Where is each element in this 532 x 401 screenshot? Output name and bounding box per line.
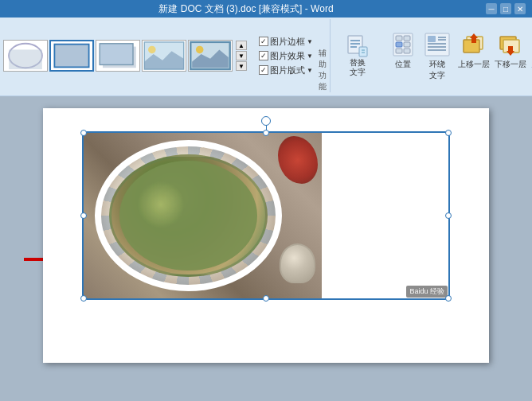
bowl (280, 243, 315, 283)
ribbon: ▲ ▼ ▼ ✓ 图片边框 ▼ ✓ 图片效果 ▼ ✓ 图片版式 ▼ (0, 18, 532, 96)
svg-point-6 (148, 46, 156, 54)
move-up-label: 上移一层 (458, 59, 490, 70)
svg-rect-21 (396, 49, 402, 53)
svg-rect-1 (9, 49, 42, 69)
scroll-up-btn[interactable]: ▲ (236, 41, 247, 50)
close-btn[interactable]: ✕ (514, 3, 526, 14)
position-icon (391, 30, 415, 59)
pic-style-group: ▲ ▼ ▼ (3, 40, 247, 72)
handle-middle-right[interactable] (445, 212, 452, 219)
pic-style-1[interactable] (3, 40, 48, 72)
food-image (83, 132, 322, 299)
decoration (278, 136, 318, 184)
pic-effect-btn[interactable]: ✓ 图片效果 ▼ (256, 49, 315, 63)
document-area: Baidu 经验 (0, 96, 532, 401)
title-text: 新建 DOC 文档 (3).doc [兼容模式] - Word (6, 2, 486, 16)
scroll-down-btn[interactable]: ▼ (236, 51, 247, 60)
pic-border-check: ✓ (259, 37, 268, 46)
replace-text-btn[interactable]: 替换文字 (340, 35, 375, 76)
watermark: Baidu 经验 (406, 286, 448, 298)
food-content (109, 154, 268, 277)
pic-border-btn[interactable]: ✓ 图片边框 ▼ (256, 35, 315, 49)
move-down-btn[interactable]: 下移一层 (493, 29, 528, 72)
svg-rect-22 (404, 49, 410, 53)
window-controls: ─ □ ✕ (486, 3, 526, 14)
svg-rect-13 (359, 47, 367, 56)
pic-style-3[interactable] (96, 40, 140, 72)
svg-rect-19 (396, 42, 402, 47)
svg-rect-24 (428, 36, 436, 42)
pic-layout-btn[interactable]: ✓ 图片版式 ▼ (256, 64, 315, 77)
pic-layout-check: ✓ (259, 65, 268, 75)
plate (95, 140, 282, 291)
aux-group: 辅助功能 (319, 19, 331, 92)
replace-text-icon (346, 34, 369, 58)
wrap-text-label: 环绕文字 (429, 59, 445, 81)
pic-style-4[interactable] (142, 40, 186, 72)
svg-rect-18 (404, 36, 410, 41)
ribbon-main-row: ▲ ▼ ▼ ✓ 图片边框 ▼ ✓ 图片效果 ▼ ✓ 图片版式 ▼ (3, 19, 529, 92)
svg-point-8 (196, 46, 204, 54)
svg-rect-20 (404, 42, 410, 47)
position-label: 位置 (395, 59, 411, 70)
scroll-more-btn[interactable]: ▼ (236, 61, 247, 71)
wrap-text-btn[interactable]: 环绕文字 (420, 29, 455, 83)
title-bar: 新建 DOC 文档 (3).doc [兼容模式] - Word ─ □ ✕ (0, 0, 532, 18)
svg-rect-17 (396, 36, 402, 41)
svg-rect-4 (100, 44, 133, 65)
wrap-icon (423, 30, 452, 59)
pic-options-group: ✓ 图片边框 ▼ ✓ 图片效果 ▼ ✓ 图片版式 ▼ (253, 32, 319, 80)
pic-effect-check: ✓ (259, 51, 268, 60)
pic-style-scroll: ▲ ▼ ▼ (236, 41, 247, 71)
arrange-group: 位置 环绕文字 (385, 29, 531, 83)
document-page: Baidu 经验 (43, 108, 489, 363)
svg-rect-2 (54, 45, 88, 68)
move-up-btn[interactable]: 上移一层 (456, 29, 491, 72)
move-down-label: 下移一层 (495, 59, 526, 70)
aux-label: 辅助功能 (319, 48, 327, 92)
maximize-btn[interactable]: □ (500, 3, 511, 14)
move-down-icon (496, 30, 525, 59)
replace-text-label: 替换文字 (350, 58, 366, 77)
position-btn[interactable]: 位置 (388, 29, 418, 72)
pic-style-5[interactable] (188, 40, 233, 72)
handle-top-right[interactable] (445, 130, 452, 136)
rotate-handle[interactable] (261, 116, 271, 126)
pic-style-2[interactable] (49, 40, 94, 72)
move-up-icon (460, 30, 488, 59)
image-container[interactable]: Baidu 经验 (83, 132, 449, 299)
minimize-btn[interactable]: ─ (486, 3, 497, 14)
replace-text-group: 替换文字 (337, 35, 378, 76)
